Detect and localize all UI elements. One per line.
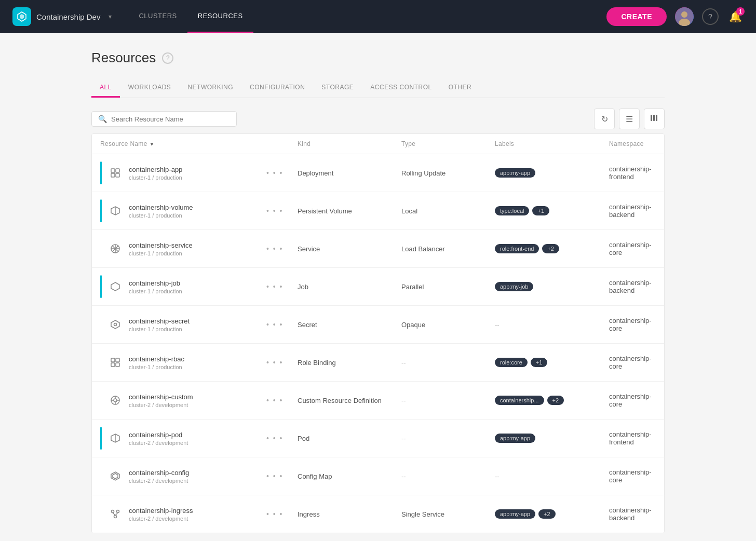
tab-all[interactable]: ALL [91, 78, 120, 98]
menu-dots-icon[interactable]: • • • [266, 320, 283, 329]
type-value: -- [401, 435, 406, 442]
filter-button[interactable]: ☰ [619, 109, 640, 129]
resource-cell: containership-app cluster-1 / production [100, 161, 266, 184]
svg-line-39 [113, 513, 115, 516]
row-menu[interactable]: • • • [266, 244, 298, 253]
labels-cell: app:my-app+2 [495, 509, 609, 519]
tab-workloads[interactable]: WORKLOADS [120, 78, 180, 98]
kind-value: Custom Resource Definition [298, 397, 401, 404]
resource-cell: containership-secret cluster-1 / product… [100, 313, 266, 336]
search-box[interactable]: 🔍 [91, 111, 237, 127]
labels-cell: app:my-job [495, 282, 609, 291]
page-help-icon[interactable]: ? [162, 52, 173, 64]
toolbar-right: ↻ ☰ [594, 109, 665, 129]
row-menu[interactable]: • • • [266, 396, 298, 405]
menu-dots-icon[interactable]: • • • [266, 282, 283, 291]
logo-area[interactable]: Containership Dev ▾ [12, 7, 112, 26]
svg-rect-9 [116, 169, 119, 172]
resource-indicator [100, 427, 102, 450]
labels-cell: app:my-app [495, 434, 609, 443]
resource-indicator [100, 161, 102, 184]
table-row[interactable]: containership-custom cluster-2 / develop… [92, 382, 664, 420]
nav-clusters[interactable]: CLUSTERS [128, 0, 187, 33]
notification-badge: 1 [736, 7, 745, 16]
table-row[interactable]: containership-ingress cluster-2 / develo… [92, 495, 664, 533]
tab-networking[interactable]: NETWORKING [179, 78, 241, 98]
search-icon: 🔍 [98, 115, 107, 123]
help-icon-btn[interactable]: ? [702, 8, 719, 25]
row-menu[interactable]: • • • [266, 434, 298, 443]
kind-value: Ingress [298, 510, 401, 518]
tab-access-control[interactable]: ACCESS CONTROL [362, 78, 440, 98]
search-input[interactable] [111, 115, 230, 123]
resource-indicator [100, 275, 102, 298]
row-menu[interactable]: • • • [266, 168, 298, 178]
menu-dots-icon[interactable]: • • • [266, 245, 283, 253]
resource-cell: containership-ingress cluster-2 / develo… [100, 503, 266, 525]
col-resource-name[interactable]: Resource Name ▼ [100, 140, 266, 147]
navbar: Containership Dev ▾ CLUSTERS RESOURCES C… [0, 0, 756, 33]
namespace-value: containership-core [609, 317, 656, 332]
table-row[interactable]: containership-config cluster-2 / develop… [92, 457, 664, 495]
avatar[interactable] [675, 7, 694, 26]
namespace-value: containership-frontend [609, 165, 656, 181]
resource-name: containership-rbac [129, 355, 184, 363]
table-row[interactable]: containership-rbac cluster-1 / productio… [92, 344, 664, 382]
kind-value: Role Binding [298, 359, 401, 367]
menu-dots-icon[interactable]: • • • [266, 169, 283, 177]
notification-button[interactable]: 🔔 1 [727, 8, 744, 25]
resource-cell: containership-volume cluster-1 / product… [100, 199, 266, 222]
svg-marker-1 [20, 14, 24, 19]
nav-links: CLUSTERS RESOURCES [128, 0, 253, 33]
tab-storage[interactable]: STORAGE [313, 78, 362, 98]
resource-cluster: cluster-1 / production [129, 212, 193, 219]
namespace-value: containership-backend [609, 279, 656, 294]
label-tag: type:local [495, 206, 529, 215]
type-value: -- [401, 397, 406, 404]
row-menu[interactable]: • • • [266, 206, 298, 215]
kind-value: Deployment [298, 169, 401, 177]
create-button[interactable]: CREATE [606, 7, 667, 26]
table-row[interactable]: containership-job cluster-1 / production… [92, 268, 664, 306]
refresh-button[interactable]: ↻ [594, 109, 615, 129]
row-menu[interactable]: • • • [266, 358, 298, 367]
resource-type-icon [107, 430, 124, 447]
resource-type-icon [107, 506, 124, 522]
resource-cluster: cluster-1 / production [129, 174, 182, 181]
tab-other[interactable]: OTHER [440, 78, 480, 98]
resource-cell: containership-service cluster-1 / produc… [100, 237, 266, 260]
navbar-left: Containership Dev ▾ CLUSTERS RESOURCES [12, 0, 253, 33]
table-row[interactable]: containership-secret cluster-1 / product… [92, 306, 664, 344]
resource-indicator [100, 389, 102, 412]
svg-rect-8 [111, 169, 115, 172]
row-menu[interactable]: • • • [266, 320, 298, 329]
label-tag: app:my-app [495, 168, 535, 178]
row-menu[interactable]: • • • [266, 471, 298, 481]
resource-type-icon [107, 354, 124, 371]
app-chevron-icon: ▾ [109, 13, 112, 20]
table-row[interactable]: containership-service cluster-1 / produc… [92, 230, 664, 268]
menu-dots-icon[interactable]: • • • [266, 358, 283, 367]
table-header: Resource Name ▼ Kind Type Labels Namespa… [92, 134, 664, 154]
row-menu[interactable]: • • • [266, 509, 298, 519]
namespace-value: containership-backend [609, 506, 656, 522]
filter-icon: ☰ [626, 114, 633, 124]
menu-dots-icon[interactable]: • • • [266, 396, 283, 404]
table-row[interactable]: containership-app cluster-1 / production… [92, 154, 664, 192]
label-tag: +1 [532, 206, 549, 215]
table-row[interactable]: containership-volume cluster-1 / product… [92, 192, 664, 230]
resource-cluster: cluster-1 / production [129, 250, 193, 256]
kind-value: Secret [298, 321, 401, 329]
row-menu[interactable]: • • • [266, 282, 298, 291]
tab-configuration[interactable]: CONFIGURATION [241, 78, 313, 98]
resource-indicator [100, 465, 102, 488]
columns-button[interactable] [644, 109, 665, 129]
nav-resources[interactable]: RESOURCES [187, 0, 253, 33]
pagination: ‹ ▲▼ of 5 › VIEW 10 ⬍ [91, 533, 665, 541]
menu-dots-icon[interactable]: • • • [266, 434, 283, 442]
menu-dots-icon[interactable]: • • • [266, 472, 283, 480]
table-row[interactable]: containership-pod cluster-2 / developmen… [92, 420, 664, 457]
menu-dots-icon[interactable]: • • • [266, 510, 283, 518]
menu-dots-icon[interactable]: • • • [266, 207, 283, 215]
resource-indicator [100, 351, 102, 374]
